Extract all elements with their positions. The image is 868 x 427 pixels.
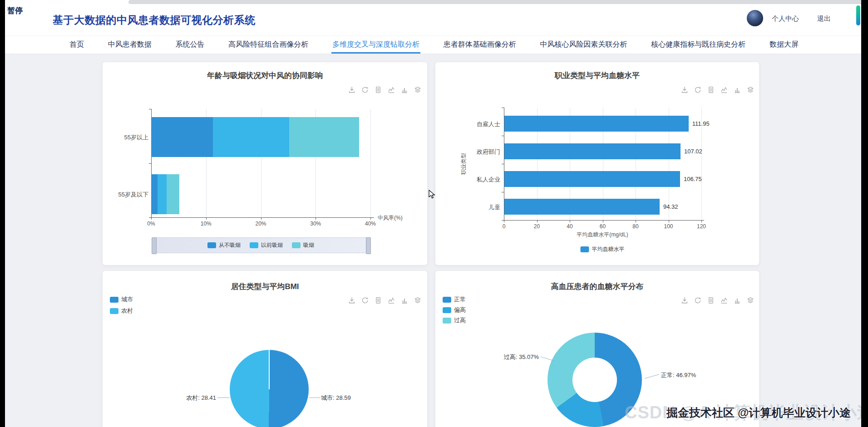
line-chart-icon[interactable] — [720, 296, 728, 304]
nav-tab[interactable]: 系统公告 — [175, 36, 206, 54]
avatar[interactable] — [747, 10, 763, 26]
data-view-icon[interactable] — [374, 296, 382, 304]
bar-value-label: 107.02 — [684, 148, 702, 155]
stack-icon[interactable] — [414, 296, 422, 304]
download-icon[interactable] — [681, 86, 689, 94]
bar-value-label: 111.95 — [692, 120, 710, 127]
data-view-icon[interactable] — [374, 86, 382, 94]
category-label: 私人企业 — [453, 176, 500, 184]
nav-tab[interactable]: 中风核心风险因素关联分析 — [539, 36, 628, 54]
legend-item[interactable]: 偏高 — [443, 306, 466, 314]
chart-card-residence-bmi: 居住类型与平均BMI 城市农村农村: 28.41城市: 28.59 — [103, 271, 427, 427]
x-axis-name: 平均血糖水平(mg/dL) — [577, 231, 628, 239]
y-axis-tick — [502, 108, 504, 108]
legend-label: 从不吸烟 — [219, 241, 241, 249]
line-chart-icon[interactable] — [720, 86, 728, 94]
legend-item[interactable]: 正常 — [443, 295, 466, 304]
nav-tab[interactable]: 中风患者数据 — [107, 36, 153, 54]
x-axis-tick — [261, 217, 261, 220]
x-axis-tick — [603, 220, 603, 222]
nav-tab[interactable]: 首页 — [69, 36, 85, 54]
chart-toolbox — [348, 296, 422, 304]
scrollbar-thumb[interactable] — [856, 5, 860, 25]
legend-marker — [443, 297, 451, 303]
stack-icon[interactable] — [746, 86, 755, 94]
logout-link[interactable]: 退出 — [817, 15, 831, 23]
chart-legend: 平均血糖水平 — [581, 245, 625, 253]
bar-segment[interactable] — [167, 174, 179, 214]
line-chart-icon[interactable] — [387, 296, 395, 304]
refresh-icon[interactable] — [694, 296, 702, 304]
refresh-icon[interactable] — [361, 86, 369, 94]
x-tick-label: 120 — [690, 223, 713, 230]
left-black-edge — [0, 0, 5, 427]
legend-marker — [110, 297, 118, 303]
nav-tab[interactable]: 数据大屏 — [769, 36, 799, 54]
x-axis-tick — [206, 217, 207, 220]
nav-tab[interactable]: 患者群体基础画像分析 — [443, 36, 517, 54]
legend-item[interactable]: 平均血糖水平 — [581, 245, 625, 253]
watermark-foreground: 掘金技术社区 @计算机毕业设计小途 — [666, 405, 851, 420]
legend-item[interactable]: 过高 — [443, 316, 466, 324]
legend-item[interactable]: 农村 — [110, 307, 133, 315]
legend-marker — [443, 318, 451, 324]
chart-title: 年龄与吸烟状况对中风的协同影响 — [103, 70, 427, 81]
y-axis-tick — [502, 136, 504, 136]
user-center-link[interactable]: 个人中心 — [772, 15, 799, 23]
bar[interactable] — [504, 199, 660, 215]
legend-label: 以前吸烟 — [261, 241, 283, 249]
nav-tab[interactable]: 多维度交叉与深度钻取分析 — [331, 36, 420, 54]
bar-chart-icon[interactable] — [733, 296, 741, 304]
stack-icon[interactable] — [746, 296, 755, 304]
bar-segment[interactable] — [289, 117, 359, 157]
chart-toolbox — [681, 86, 755, 94]
x-tick-label: 100 — [657, 223, 680, 230]
bar-value-label: 106.75 — [684, 176, 702, 182]
x-axis-tick — [504, 220, 504, 222]
bar-chart-icon[interactable] — [400, 296, 409, 304]
bar[interactable] — [504, 143, 681, 159]
legend-label: 农村 — [121, 307, 133, 315]
bar-segment[interactable] — [158, 174, 166, 214]
refresh-icon[interactable] — [694, 86, 702, 94]
legend-marker — [110, 308, 118, 314]
chart-toolbox — [348, 86, 422, 94]
legend-label: 平均血糖水平 — [592, 245, 625, 253]
right-black-edge — [861, 0, 868, 427]
pie-label: 正常: 46.97% — [661, 371, 696, 379]
pie-label: 城市: 28.59 — [321, 394, 351, 402]
legend-item[interactable]: 从不吸烟 — [207, 241, 241, 249]
x-axis-tick — [537, 220, 538, 222]
nav-tab[interactable]: 核心健康指标与既往病史分析 — [650, 36, 746, 54]
stack-icon[interactable] — [414, 86, 422, 94]
legend-item[interactable]: 以前吸烟 — [250, 241, 283, 249]
legend-item[interactable]: 吸烟 — [292, 241, 314, 249]
legend-item[interactable]: 城市 — [110, 295, 133, 304]
legend-label: 吸烟 — [303, 241, 314, 249]
data-view-icon[interactable] — [707, 296, 715, 304]
main-nav: 首页中风患者数据系统公告高风险特征组合画像分析多维度交叉与深度钻取分析患者群体基… — [5, 35, 861, 54]
line-chart-icon[interactable] — [387, 86, 395, 94]
download-icon[interactable] — [348, 86, 356, 94]
page-title: 基于大数据的中风患者数据可视化分析系统 — [53, 13, 256, 27]
legend-marker — [207, 242, 216, 248]
bar-segment[interactable] — [151, 174, 158, 214]
x-tick-label: 20 — [526, 223, 548, 230]
data-view-icon[interactable] — [707, 86, 715, 94]
x-tick-label: 0% — [138, 221, 164, 227]
legend-label: 过高 — [454, 316, 466, 324]
bar-chart-icon[interactable] — [400, 86, 409, 94]
bar[interactable] — [504, 116, 689, 132]
bar-segment[interactable] — [213, 117, 289, 157]
y-axis-tick — [502, 164, 504, 164]
download-icon[interactable] — [681, 296, 689, 304]
bar[interactable] — [504, 171, 680, 187]
x-axis-tick — [316, 217, 316, 220]
nav-tab[interactable]: 高风险特征组合画像分析 — [227, 36, 309, 54]
x-axis-name: 中风率(%) — [378, 214, 403, 222]
refresh-icon[interactable] — [361, 296, 369, 304]
bar-segment[interactable] — [151, 117, 213, 157]
bar-chart-icon[interactable] — [733, 86, 741, 94]
download-icon[interactable] — [348, 296, 356, 304]
chart-card-age-smoking: 年龄与吸烟状况对中风的协同影响 0%10%20%30%40%中风率(%)55岁以… — [103, 62, 427, 265]
